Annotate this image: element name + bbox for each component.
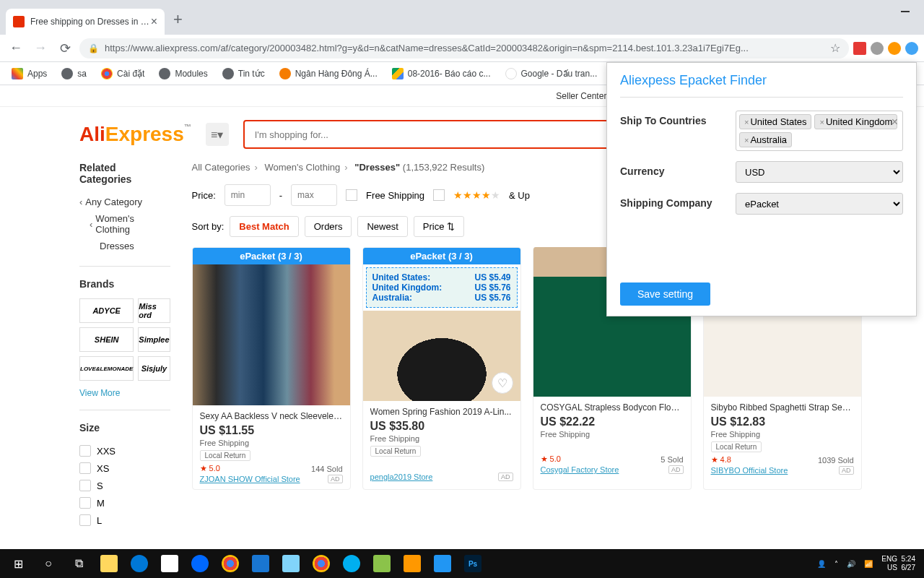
brand-simplee[interactable]: Simplee: [138, 327, 170, 352]
dresses-link[interactable]: Dresses: [79, 238, 170, 254]
product-sold: 5 Sold: [661, 455, 683, 464]
size-s[interactable]: S: [79, 477, 170, 494]
bookmark-baocao[interactable]: 08-2016- Báo cáo c...: [386, 65, 497, 82]
store-icon[interactable]: [154, 549, 185, 578]
browser-tab[interactable]: Free shipping on Dresses in Wo... ×: [6, 9, 165, 35]
size-xxs[interactable]: XXS: [79, 442, 170, 460]
sublime-icon[interactable]: [397, 549, 427, 578]
notepad-icon[interactable]: [367, 549, 397, 578]
product-image[interactable]: [193, 264, 350, 405]
new-tab-button[interactable]: +: [173, 10, 183, 29]
any-category-link[interactable]: ‹Any Category: [79, 194, 170, 210]
checkbox[interactable]: [79, 514, 91, 526]
wifi-app-icon[interactable]: [245, 549, 276, 578]
close-tab-icon[interactable]: ×: [151, 15, 157, 28]
bookmark-caidat[interactable]: Cài đặt: [95, 65, 150, 82]
countries-input[interactable]: ×United States × ×United Kingdom ×Austra…: [736, 111, 903, 151]
sort-best-match[interactable]: Best Match: [230, 216, 298, 237]
size-m[interactable]: M: [79, 494, 170, 512]
breadcrumb-all[interactable]: All Categories: [192, 162, 250, 173]
store-link[interactable]: pengla2019 Store: [370, 473, 433, 481]
store-link[interactable]: SIBYBO Official Store: [711, 466, 788, 475]
bookmark-nganhang[interactable]: Ngân Hàng Đông Á...: [274, 65, 383, 82]
categories-button[interactable]: ≡▾: [206, 123, 229, 146]
tray-up-icon[interactable]: ˄: [834, 560, 838, 568]
sort-price[interactable]: Price ⇅: [414, 216, 464, 237]
country-tag[interactable]: ×United Kingdom: [814, 114, 897, 129]
product-card[interactable]: ePacket (3 / 3) Sexy AA Backless V neck …: [192, 247, 351, 490]
sort-orders[interactable]: Orders: [305, 216, 352, 237]
extension-icon-1[interactable]: [853, 42, 866, 55]
checkbox[interactable]: [79, 497, 91, 509]
notes-icon[interactable]: [276, 549, 306, 578]
cortana-icon[interactable]: ○: [33, 549, 64, 578]
extension-icon-4[interactable]: [905, 42, 918, 55]
extension-icon-2[interactable]: [871, 42, 884, 55]
shipping-rates-tooltip: United States:US $5.49 United Kingdom:US…: [366, 267, 518, 308]
window-minimize-icon[interactable]: [901, 11, 910, 12]
checkbox[interactable]: [79, 480, 91, 491]
tray-clock[interactable]: ENG 5:24 US 6/27: [881, 555, 915, 572]
checkbox[interactable]: [79, 445, 91, 457]
seller-center-link[interactable]: Seller Center▾: [556, 91, 611, 101]
view-more-brands[interactable]: View More: [79, 388, 170, 398]
sort-label: Sort by:: [192, 221, 225, 232]
price-min-input[interactable]: [225, 184, 271, 206]
remove-tag-icon[interactable]: ×: [744, 136, 749, 144]
free-shipping-checkbox[interactable]: [346, 189, 357, 201]
chrome-taskbar-icon[interactable]: [215, 549, 245, 578]
price-max-input[interactable]: [291, 184, 337, 206]
brand-missord[interactable]: Miss ord: [138, 298, 170, 323]
url-field[interactable]: 🔒 https://www.aliexpress.com/af/category…: [79, 38, 849, 59]
extension-icon-3[interactable]: [888, 42, 901, 55]
edge-icon[interactable]: [124, 549, 154, 578]
back-button[interactable]: ←: [6, 40, 26, 56]
clear-all-icon[interactable]: ×: [892, 116, 898, 129]
rating-checkbox[interactable]: [433, 189, 445, 201]
save-setting-button[interactable]: Save setting: [620, 282, 710, 306]
tray-wifi-icon[interactable]: 📶: [864, 560, 873, 568]
size-l[interactable]: L: [79, 512, 170, 529]
bookmark-apps[interactable]: Apps: [6, 65, 53, 82]
file-explorer-icon[interactable]: [94, 549, 124, 578]
brand-adyce[interactable]: ADYCE: [79, 298, 134, 323]
store-link[interactable]: Cosygal Factory Store: [541, 465, 619, 474]
currency-select[interactable]: USD: [736, 161, 903, 183]
task-view-icon[interactable]: ⧉: [64, 549, 94, 578]
checkbox[interactable]: [79, 462, 91, 474]
womens-clothing-link[interactable]: ‹Women's Clothing: [79, 210, 170, 238]
bookmark-star-icon[interactable]: ☆: [830, 41, 840, 55]
photoshop-icon[interactable]: Ps: [458, 549, 488, 578]
country-tag[interactable]: ×Australia: [739, 132, 792, 147]
breadcrumb-womens[interactable]: Women's Clothing: [264, 162, 340, 173]
tray-people-icon[interactable]: 👤: [817, 560, 826, 568]
brand-sisjuly[interactable]: Sisjuly: [138, 356, 170, 381]
forward-button[interactable]: →: [30, 40, 51, 56]
shipping-select[interactable]: ePacket: [736, 193, 903, 215]
product-card[interactable]: ePacket (3 / 3) United States:US $5.49 U…: [362, 247, 521, 490]
start-button[interactable]: ⊞: [3, 549, 33, 578]
remove-tag-icon[interactable]: ×: [744, 118, 749, 126]
remove-tag-icon[interactable]: ×: [819, 118, 824, 126]
local-return-badge: Local Return: [200, 450, 251, 461]
rating-stars: ★★★★★: [453, 189, 500, 201]
skype-icon[interactable]: [336, 549, 367, 578]
country-tag[interactable]: ×United States: [739, 114, 811, 129]
store-link[interactable]: ZJOAN SHOW Official Store: [200, 475, 300, 483]
reload-button[interactable]: ⟳: [55, 40, 75, 56]
bookmark-sa[interactable]: sa: [56, 65, 92, 82]
bookmark-google[interactable]: Google - Dấu tran...: [500, 65, 603, 82]
wishlist-heart-icon[interactable]: ♡: [492, 372, 513, 394]
aliexpress-logo[interactable]: AliExpress™: [79, 123, 191, 146]
app-icon[interactable]: [427, 549, 458, 578]
brand-shein[interactable]: SHEIN: [79, 327, 134, 352]
tray-volume-icon[interactable]: 🔊: [847, 560, 855, 568]
bookmark-tintuc[interactable]: Tin tức: [217, 65, 271, 82]
product-image[interactable]: ♡: [363, 311, 520, 401]
brand-lovelemonade[interactable]: LOVE&LEMONADE: [79, 356, 134, 381]
chrome2-icon[interactable]: [306, 549, 336, 578]
size-xs[interactable]: XS: [79, 460, 170, 477]
sort-newest[interactable]: Newest: [357, 216, 407, 237]
bookmark-modules[interactable]: Modules: [153, 65, 213, 82]
zalo-icon[interactable]: [185, 549, 215, 578]
